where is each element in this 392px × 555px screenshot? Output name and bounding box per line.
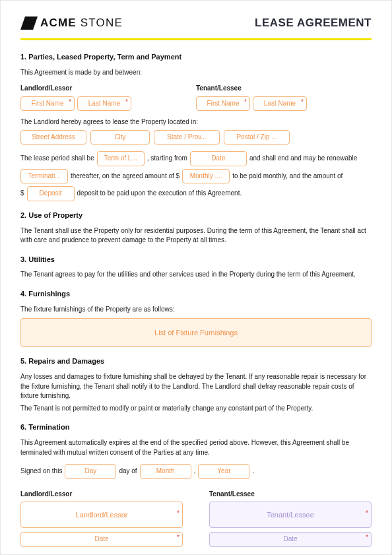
brand-logo: ACME STONE (20, 15, 123, 32)
sign-landlord-label: Landlord/Lessor (20, 490, 183, 500)
sign-day-input[interactable]: Day (65, 464, 116, 479)
header-rule (20, 38, 372, 40)
section-5-body-1: Any losses and damages to fixture furnis… (20, 372, 372, 401)
landlord-last-name-input[interactable]: Last Name (77, 96, 131, 112)
tenant-label: Tenant/Lessee (196, 84, 372, 94)
address-row: Street Address City State / Prov... Post… (20, 130, 372, 145)
city-input[interactable]: City (90, 130, 150, 145)
street-address-input[interactable]: Street Address (20, 130, 86, 145)
document-title: LEASE AGREEMENT (255, 15, 372, 32)
text-day-of: day of (119, 467, 137, 476)
section-2-heading: 2. Use of Property (20, 211, 372, 221)
text-shall-end: and shall end and may be renewable (249, 154, 357, 164)
term-length-input[interactable]: Term of L... (97, 151, 145, 166)
sign-month-input[interactable]: Month (140, 464, 191, 479)
brand-name-strong: ACME (40, 16, 77, 29)
section-4-heading: 4. Furnishings (20, 289, 372, 300)
termination-input[interactable]: Terminati... (20, 169, 68, 184)
svg-marker-0 (20, 16, 38, 30)
landlord-first-name-input[interactable]: First Name (20, 96, 75, 112)
section-5-heading: 5. Repairs and Damages (20, 356, 372, 367)
furnishings-list-input[interactable]: List of Fixture Furnishings (20, 318, 372, 347)
text-agreed-amount: thereafter, on the agreed amount of $ (71, 172, 180, 181)
text-lease-period: The lease period shall be (20, 154, 94, 164)
brand-name: ACME STONE (40, 15, 123, 32)
sign-tenant-label: Tenant/Lessee (209, 490, 372, 500)
tenant-sign-date-input[interactable]: Date (209, 532, 372, 547)
signature-row: Landlord/Lessor Landlord/Lessor Date Ten… (20, 486, 372, 547)
lease-location-text: The Landlord hereby agrees to lease the … (20, 117, 372, 127)
tenant-last-name-input[interactable]: Last Name (253, 96, 307, 112)
state-input[interactable]: State / Prov... (154, 130, 220, 145)
section-6-heading: 6. Termination (20, 422, 372, 433)
section-3-heading: 3. Utilities (20, 255, 372, 265)
tenant-signature-input[interactable]: Tenant/Lessee (209, 502, 372, 528)
text-deposit-paid: deposit to be paid upon the execution of… (77, 189, 242, 199)
parties-row: Landlord/Lessor First Name Last Name Ten… (20, 80, 372, 114)
signed-on-row: Signed on this Day day of Month , Year . (20, 464, 372, 479)
text-starting-from: , starting from (147, 154, 187, 164)
postal-input[interactable]: Postal / Zip ... (224, 130, 290, 145)
term-row-3: $ Deposit deposit to be paid upon the ex… (20, 186, 372, 201)
section-4-body: The fixture furnishings of the Property … (20, 305, 372, 315)
landlord-sign-date-input[interactable]: Date (20, 532, 183, 547)
text-comma: , (194, 467, 196, 476)
deposit-input[interactable]: Deposit (27, 186, 75, 201)
section-6-body: This Agreement automatically expires at … (20, 438, 372, 457)
start-date-input[interactable]: Date (190, 151, 247, 166)
section-3-body: The Tenant agrees to pay for the utiliti… (20, 270, 372, 280)
text-paid-monthly: to be paid monthly, and the amount of (232, 172, 343, 181)
text-period: . (252, 467, 254, 476)
tenant-first-name-input[interactable]: First Name (196, 96, 250, 112)
text-dollar: $ (20, 189, 24, 199)
landlord-label: Landlord/Lessor (20, 84, 196, 94)
section-5-body-2: The Tenant is not permitted to modify or… (20, 404, 372, 414)
sign-year-input[interactable]: Year (198, 464, 249, 479)
monthly-amount-input[interactable]: Monthly .... (182, 169, 230, 184)
text-signed-on: Signed on this (20, 467, 62, 476)
landlord-signature-input[interactable]: Landlord/Lessor (20, 502, 183, 528)
section-1-heading: 1. Parties, Leased Property, Term and Pa… (20, 52, 372, 63)
term-row-1: The lease period shall be Term of L... ,… (20, 151, 372, 166)
section-2-body: The Tenant shall use the Property only f… (20, 226, 372, 245)
header: ACME STONE LEASE AGREEMENT (20, 15, 372, 36)
section-1-intro: This Agreement is made by and between: (20, 68, 372, 78)
term-row-2: Terminati... thereafter, on the agreed a… (20, 169, 372, 184)
logo-icon (20, 16, 38, 30)
brand-name-light: STONE (77, 16, 123, 29)
